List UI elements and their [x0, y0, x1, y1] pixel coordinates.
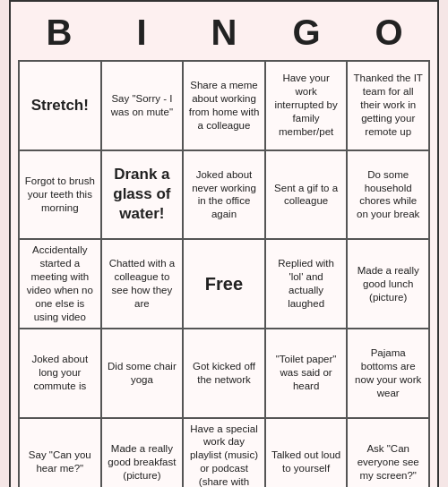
- bingo-cell-19: Pajama bottoms are now your work wear: [347, 329, 429, 418]
- bingo-letter-b: B: [23, 13, 95, 53]
- bingo-cell-13: Replied with 'lol' and actually laughed: [265, 239, 348, 329]
- bingo-cell-20: Say "Can you hear me?": [19, 418, 101, 488]
- bingo-cell-3: Have your work interrupted by family mem…: [265, 61, 348, 150]
- bingo-card: BINGO Stretch!Say "Sorry - I was on mute…: [9, 0, 439, 487]
- bingo-cell-6: Drank a glass of water!: [101, 150, 184, 240]
- bingo-cell-24: Ask "Can everyone see my screen?": [347, 418, 429, 488]
- bingo-title: BINGO: [18, 9, 430, 60]
- bingo-cell-21: Made a really good breakfast (picture): [101, 418, 184, 488]
- bingo-cell-16: Did some chair yoga: [101, 329, 184, 418]
- bingo-letter-i: I: [106, 13, 177, 53]
- bingo-cell-9: Do some household chores while on your b…: [347, 150, 429, 240]
- bingo-cell-18: "Toilet paper" was said or heard: [265, 329, 348, 418]
- bingo-cell-4: Thanked the IT team for all their work i…: [347, 61, 429, 150]
- bingo-letter-n: N: [188, 13, 260, 53]
- bingo-cell-17: Got kicked off the network: [183, 329, 265, 418]
- bingo-cell-0: Stretch!: [19, 61, 101, 150]
- bingo-letter-o: O: [353, 13, 425, 53]
- bingo-grid: Stretch!Say "Sorry - I was on mute"Share…: [18, 60, 430, 487]
- bingo-cell-12: Free: [183, 239, 265, 329]
- bingo-cell-10: Accidentally started a meeting with vide…: [19, 239, 101, 329]
- bingo-cell-8: Sent a gif to a colleague: [265, 150, 348, 240]
- bingo-cell-5: Forgot to brush your teeth this morning: [19, 150, 101, 240]
- bingo-cell-11: Chatted with a colleague to see how they…: [101, 239, 184, 329]
- bingo-cell-7: Joked about never working in the office …: [183, 150, 265, 240]
- bingo-cell-15: Joked about long your commute is: [19, 329, 101, 418]
- bingo-cell-14: Made a really good lunch (picture): [347, 239, 429, 329]
- bingo-cell-23: Talked out loud to yourself: [265, 418, 348, 488]
- bingo-cell-2: Share a meme about working from home wit…: [183, 61, 265, 150]
- bingo-cell-22: Have a special work day playlist (music)…: [183, 418, 265, 488]
- bingo-letter-g: G: [271, 13, 342, 53]
- bingo-cell-1: Say "Sorry - I was on mute": [101, 61, 184, 150]
